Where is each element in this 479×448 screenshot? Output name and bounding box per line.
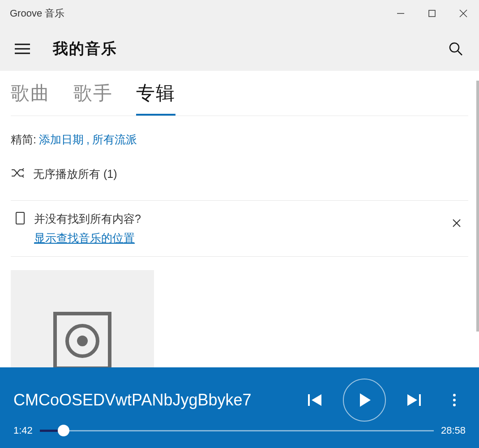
vertical-scrollbar[interactable] (476, 81, 479, 332)
svg-marker-17 (360, 393, 371, 407)
svg-point-20 (453, 394, 456, 396)
window-maximize-button[interactable] (416, 0, 448, 27)
hamburger-icon (15, 43, 30, 55)
svg-point-7 (450, 43, 459, 52)
svg-marker-18 (407, 394, 417, 406)
shuffle-icon (11, 167, 24, 181)
filter-genre-link[interactable]: 所有流派 (92, 132, 137, 147)
svg-point-14 (79, 337, 86, 345)
missing-content-notice: 并没有找到所有内容? 显示查找音乐的位置 (11, 200, 468, 257)
now-playing-title: CMCoOSEDVwtPANbJygBbyke7 (13, 391, 299, 409)
window-close-button[interactable] (448, 0, 479, 27)
progress-thumb[interactable] (58, 425, 69, 436)
play-button[interactable] (343, 379, 386, 422)
next-track-button[interactable] (398, 384, 430, 416)
progress-slider[interactable] (40, 425, 434, 436)
play-icon (355, 391, 373, 409)
window-minimize-button[interactable] (385, 0, 416, 27)
filter-row: 精简: 添加日期, 所有流派 (11, 116, 468, 147)
close-icon (452, 218, 462, 228)
search-button[interactable] (446, 39, 466, 59)
more-options-button[interactable] (443, 394, 466, 406)
library-tabs: 歌曲 歌手 专辑 (11, 71, 468, 116)
window-titlebar: Groove 音乐 (0, 0, 479, 27)
svg-point-21 (453, 399, 456, 401)
remaining-time: 28:58 (441, 425, 466, 436)
elapsed-time: 1:42 (13, 425, 33, 436)
tab-artists[interactable]: 歌手 (73, 81, 113, 116)
progress-track (40, 430, 434, 431)
tab-albums[interactable]: 专辑 (136, 81, 175, 116)
notice-question: 并没有找到所有内容? (34, 211, 439, 226)
player-bar: CMCoOSEDVwtPANbJygBbyke7 1:42 28:58 (0, 367, 479, 448)
album-tile[interactable] (11, 270, 154, 367)
close-icon (458, 9, 468, 18)
window-title: Groove 音乐 (10, 7, 385, 20)
filter-label: 精简: (11, 132, 36, 147)
svg-rect-1 (429, 10, 435, 17)
playback-progress-row: 1:42 28:58 (13, 425, 466, 436)
svg-rect-9 (16, 212, 24, 224)
svg-line-8 (458, 51, 462, 55)
svg-point-22 (453, 404, 456, 406)
album-grid (11, 257, 468, 367)
skip-next-icon (406, 392, 423, 409)
app-header: 我的音乐 (0, 27, 479, 71)
filter-sep: , (86, 133, 90, 146)
page-title: 我的音乐 (53, 39, 117, 59)
svg-rect-19 (419, 394, 421, 406)
filter-sort-link[interactable]: 添加日期 (39, 132, 84, 147)
maximize-icon (428, 9, 436, 17)
shuffle-all-button[interactable]: 无序播放所有 (1) (11, 147, 468, 200)
nav-menu-button[interactable] (13, 40, 31, 58)
minimize-icon (397, 9, 405, 17)
content-area: 歌曲 歌手 专辑 精简: 添加日期, 所有流派 无序播放所有 (1) 并没有找到… (0, 71, 479, 367)
more-vertical-icon (453, 394, 456, 406)
device-icon (15, 211, 25, 227)
shuffle-label: 无序播放所有 (1) (33, 167, 117, 181)
notice-close-button[interactable] (448, 214, 466, 232)
skip-previous-icon (306, 392, 323, 409)
album-art-placeholder-icon (53, 312, 111, 367)
tab-songs[interactable]: 歌曲 (11, 81, 50, 116)
previous-track-button[interactable] (299, 384, 330, 416)
svg-marker-16 (312, 394, 321, 406)
search-icon (449, 42, 463, 56)
svg-rect-15 (308, 394, 310, 406)
show-music-locations-link[interactable]: 显示查找音乐的位置 (34, 231, 135, 246)
